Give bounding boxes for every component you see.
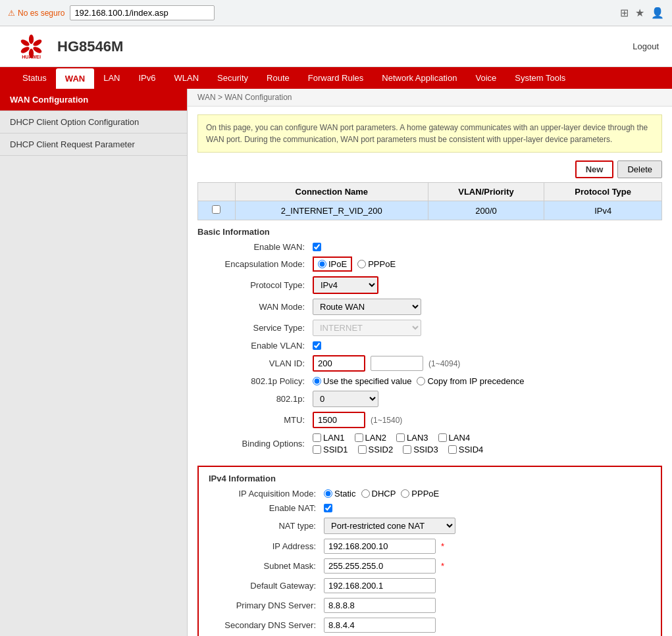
enable-nat-label: Enable NAT:	[209, 503, 324, 513]
delete-button[interactable]: Delete	[617, 160, 662, 178]
profile-icon[interactable]: 👤	[651, 7, 664, 19]
nav-system-tools[interactable]: System Tools	[505, 68, 575, 88]
service-type-select[interactable]: INTERNET	[313, 320, 421, 336]
primary-dns-row: Primary DNS Server:	[209, 598, 651, 613]
new-button[interactable]: New	[575, 160, 614, 178]
binding-row-ssid: SSID1 SSID2 SSID3 SSID4	[313, 445, 483, 454]
enable-wan-label: Enable WAN:	[197, 242, 313, 252]
ssid4-checkbox[interactable]	[448, 445, 457, 454]
use-specified-option[interactable]: Use the specified value	[313, 376, 411, 386]
vlan-id-input[interactable]	[313, 355, 365, 372]
col-connection-name: Connection Name	[235, 183, 428, 201]
browser-bar: ⚠ No es seguro ⊞ ★ 👤	[0, 0, 672, 26]
nav-route[interactable]: Route	[257, 68, 299, 88]
protocol-type-label: Protocol Type:	[197, 280, 313, 290]
logout-button[interactable]: Logout	[633, 41, 659, 51]
ssid1-option[interactable]: SSID1	[313, 445, 348, 454]
lan1-option[interactable]: LAN1	[313, 433, 345, 443]
enable-vlan-control	[313, 341, 321, 350]
copy-from-ip-radio[interactable]	[417, 377, 425, 385]
ssid4-option[interactable]: SSID4	[448, 445, 484, 454]
dhcp-option[interactable]: DHCP	[361, 489, 396, 499]
sidebar-item-wan-configuration[interactable]: WAN Configuration	[0, 89, 187, 111]
subnet-mask-label: Subnet Mask:	[209, 561, 324, 571]
wan-mode-select[interactable]: Route WAN Bridge WAN	[313, 299, 421, 315]
ssid3-checkbox[interactable]	[403, 445, 411, 454]
lan4-checkbox[interactable]	[438, 433, 447, 442]
ipoe-radio[interactable]	[318, 260, 326, 268]
sidebar-item-dhcp-request[interactable]: DHCP Client Request Parameter	[0, 134, 187, 156]
pppoe-ip-radio[interactable]	[401, 489, 409, 498]
mtu-input[interactable]	[313, 412, 365, 428]
nav-voice[interactable]: Voice	[466, 68, 505, 88]
bookmark-icon[interactable]: ★	[635, 7, 644, 19]
huawei-logo: HUAWEI	[13, 32, 49, 61]
header: HUAWEI HG8546M Logout	[0, 26, 672, 67]
nav-wan[interactable]: WAN	[56, 68, 94, 89]
enable-vlan-checkbox[interactable]	[313, 341, 321, 350]
enable-nat-checkbox[interactable]	[324, 504, 332, 512]
wan-table: Connection Name VLAN/Priority Protocol T…	[197, 182, 662, 220]
enable-wan-control	[313, 243, 321, 251]
row-protocol-type: IPv4	[544, 201, 662, 220]
subnet-mask-input[interactable]	[324, 558, 436, 574]
nav-status[interactable]: Status	[13, 68, 56, 88]
ssid3-option[interactable]: SSID3	[403, 445, 438, 454]
nav-network-application[interactable]: Network Application	[373, 68, 466, 88]
svg-text:HUAWEI: HUAWEI	[22, 54, 41, 60]
field-802-1p-select[interactable]: 0 1 2 3	[313, 391, 378, 407]
lan3-checkbox[interactable]	[396, 433, 405, 442]
row-select-checkbox[interactable]	[212, 205, 220, 214]
binding-options-row: Binding Options: LAN1 LAN2 LAN3 LAN4 SSI…	[197, 433, 662, 454]
address-bar[interactable]	[70, 5, 215, 20]
dhcp-radio[interactable]	[361, 489, 370, 498]
use-specified-radio[interactable]	[313, 377, 321, 385]
basic-info-title: Basic Information	[197, 227, 662, 237]
encapsulation-control: IPoE PPPoE	[313, 257, 396, 272]
nav-wlan[interactable]: WLAN	[165, 68, 209, 88]
pppoe-option[interactable]: PPPoE	[357, 259, 396, 269]
primary-dns-label: Primary DNS Server:	[209, 600, 324, 610]
static-radio[interactable]	[324, 489, 332, 498]
pppoe-ip-option[interactable]: PPPoE	[401, 489, 439, 499]
row-connection-name: 2_INTERNET_R_VID_200	[235, 201, 428, 220]
browser-icons: ⊞ ★ 👤	[620, 7, 664, 19]
enable-wan-checkbox[interactable]	[313, 243, 321, 251]
lan2-option[interactable]: LAN2	[355, 433, 387, 443]
ip-acquisition-control: Static DHCP PPPoE	[324, 489, 439, 499]
vlan-id-row: VLAN ID: (1~4094)	[197, 355, 662, 372]
ip-address-label: IP Address:	[209, 541, 324, 551]
table-row[interactable]: 2_INTERNET_R_VID_200 200/0 IPv4	[198, 201, 662, 220]
secondary-dns-control	[324, 618, 436, 633]
nav-ipv6[interactable]: IPv6	[130, 68, 165, 88]
lan4-option[interactable]: LAN4	[438, 433, 471, 443]
protocol-type-select[interactable]: IPv4	[313, 276, 378, 294]
ipoe-option[interactable]: IPoE	[313, 257, 352, 272]
primary-dns-input[interactable]	[324, 598, 436, 613]
nav-security[interactable]: Security	[208, 68, 257, 88]
static-option[interactable]: Static	[324, 489, 356, 499]
ip-address-row: IP Address: *	[209, 539, 651, 554]
nat-type-select[interactable]: Port-restricted cone NAT Full cone NAT R…	[324, 518, 455, 534]
vlan-id-secondary-input[interactable]	[371, 356, 423, 371]
protocol-type-control: IPv4	[313, 276, 378, 294]
default-gateway-control	[324, 578, 436, 593]
nav-forward-rules[interactable]: Forward Rules	[299, 68, 373, 88]
copy-from-ip-option[interactable]: Copy from IP precedence	[417, 376, 524, 386]
default-gateway-input[interactable]	[324, 578, 436, 593]
lan2-checkbox[interactable]	[355, 433, 363, 442]
lan3-option[interactable]: LAN3	[396, 433, 428, 443]
extensions-icon[interactable]: ⊞	[620, 7, 629, 19]
lan1-checkbox[interactable]	[313, 433, 321, 442]
ip-address-input[interactable]	[324, 539, 436, 554]
row-checkbox[interactable]	[198, 201, 236, 220]
secondary-dns-input[interactable]	[324, 618, 436, 633]
ssid1-checkbox[interactable]	[313, 445, 321, 454]
ssid2-option[interactable]: SSID2	[358, 445, 394, 454]
ssid2-checkbox[interactable]	[358, 445, 367, 454]
pppoe-radio[interactable]	[357, 260, 366, 268]
col-checkbox	[198, 183, 236, 201]
sidebar-item-dhcp-option[interactable]: DHCP Client Option Configuration	[0, 111, 187, 134]
enable-nat-control	[324, 504, 332, 512]
nav-lan[interactable]: LAN	[94, 68, 129, 88]
